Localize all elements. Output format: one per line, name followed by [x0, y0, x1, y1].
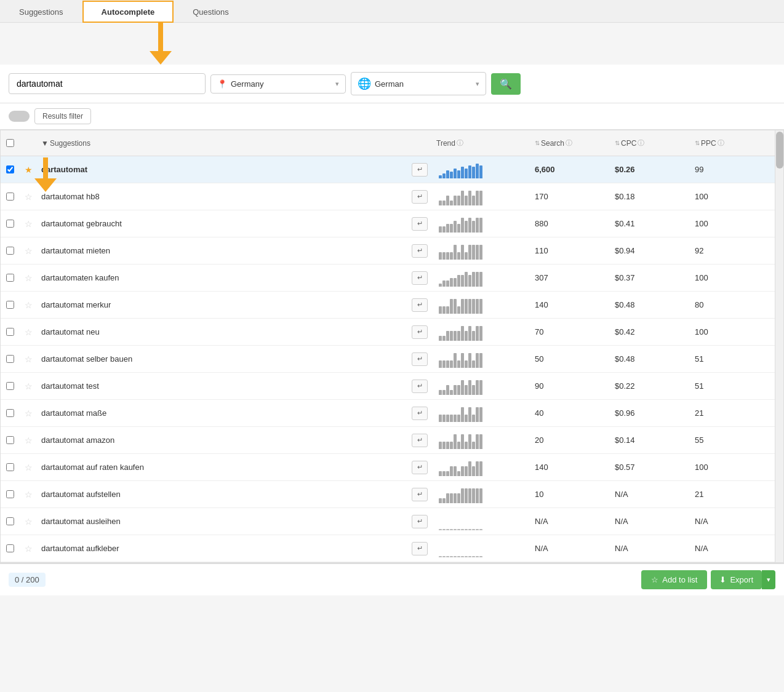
results-filter-button[interactable]: Results filter: [34, 108, 91, 124]
row-redirect-button[interactable]: ↵: [412, 434, 428, 447]
row-redirect-button[interactable]: ↵: [412, 352, 428, 366]
trend-bar: [457, 275, 460, 287]
trend-bar: [472, 167, 475, 178]
trend-bar: [465, 529, 468, 530]
table-row: ☆ dartautomaten kaufen ↵ 307 $0.37 100 2…: [1, 264, 783, 292]
export-dropdown-button[interactable]: ▾: [762, 570, 775, 589]
row-star-cell: ☆: [19, 513, 38, 530]
row-cpc: $0.41: [611, 215, 691, 232]
row-redirect-button[interactable]: ↵: [412, 271, 428, 285]
location-select[interactable]: 📍 Germany ▾: [210, 74, 346, 93]
search-sort-icon[interactable]: ⇅: [535, 140, 540, 146]
row-redirect-button[interactable]: ↵: [412, 325, 428, 339]
cpc-sort-icon[interactable]: ⇅: [615, 140, 620, 146]
row-search: N/A: [531, 513, 611, 530]
row-trend-cell: [433, 320, 531, 344]
trend-bar: [461, 529, 464, 530]
row-checkbox-cell: [1, 189, 19, 204]
row-redirect-button[interactable]: ↵: [412, 461, 428, 474]
row-redirect-button[interactable]: ↵: [412, 488, 428, 501]
row-star[interactable]: ☆: [25, 381, 33, 391]
trend-bar: [476, 529, 479, 530]
row-redirect-button[interactable]: ↵: [412, 407, 428, 420]
row-redirect-button[interactable]: ↵: [412, 298, 428, 312]
row-checkbox[interactable]: [6, 274, 14, 282]
search-button[interactable]: 🔍: [491, 73, 521, 95]
row-star[interactable]: ☆: [25, 219, 33, 229]
cpc-info-icon[interactable]: ⓘ: [638, 138, 644, 148]
row-redirect-button[interactable]: ↵: [412, 542, 428, 555]
row-checkbox[interactable]: [6, 490, 14, 498]
ppc-sort-icon[interactable]: ⇅: [695, 140, 700, 146]
row-keyword: dartautomat auf raten kaufen: [38, 459, 408, 475]
row-checkbox[interactable]: [6, 165, 14, 173]
trend-bar: [468, 529, 471, 530]
row-redirect-cell: ↵: [408, 295, 433, 316]
row-redirect-cell: ↵: [408, 430, 433, 451]
row-checkbox[interactable]: [6, 301, 14, 309]
row-star[interactable]: ☆: [25, 246, 33, 256]
row-ppc: 51: [691, 378, 771, 394]
row-checkbox[interactable]: [6, 247, 14, 255]
row-star[interactable]: ☆: [25, 544, 33, 554]
language-select[interactable]: 🌐 German ▾: [351, 72, 486, 95]
row-checkbox[interactable]: [6, 517, 14, 525]
tab-suggestions[interactable]: Suggestions: [0, 1, 82, 23]
row-checkbox[interactable]: [6, 193, 14, 201]
row-redirect-button[interactable]: ↵: [412, 217, 428, 231]
trend-bar: [457, 360, 460, 368]
row-star[interactable]: ☆: [25, 435, 33, 445]
row-star-cell: ☆: [19, 432, 38, 449]
search-input[interactable]: [9, 73, 206, 94]
table-row: ☆ dartautomat aufstellen ↵ 10 N/A 21 🔍: [1, 481, 783, 508]
row-star[interactable]: ☆: [25, 490, 33, 499]
trend-bar: [461, 299, 464, 314]
row-star[interactable]: ☆: [25, 354, 33, 364]
trend-bar: [442, 226, 446, 233]
row-star-cell: ☆: [19, 378, 38, 395]
scrollbar-thumb[interactable]: [776, 132, 783, 169]
row-redirect-button[interactable]: ↵: [412, 515, 428, 528]
trend-bar: [454, 415, 457, 422]
row-redirect-button[interactable]: ↵: [412, 380, 428, 393]
trend-bar: [439, 471, 442, 476]
row-keyword: dartautomat merkur: [38, 296, 408, 313]
scrollbar[interactable]: [775, 130, 783, 562]
trend-info-icon[interactable]: ⓘ: [457, 138, 463, 148]
export-button[interactable]: ⬇ Export: [711, 570, 762, 589]
tab-questions[interactable]: Questions: [174, 1, 248, 23]
row-star[interactable]: ☆: [25, 273, 33, 283]
row-star[interactable]: ☆: [25, 300, 33, 310]
row-checkbox[interactable]: [6, 382, 14, 390]
suggestions-sort-icon[interactable]: ▼: [41, 139, 49, 148]
search-info-icon[interactable]: ⓘ: [566, 138, 572, 148]
row-checkbox-cell: [1, 432, 19, 448]
row-star[interactable]: ☆: [25, 192, 33, 202]
trend-bar: [468, 245, 471, 260]
row-redirect-button[interactable]: ↵: [412, 190, 428, 204]
row-star[interactable]: ☆: [25, 463, 33, 472]
row-star[interactable]: ★: [25, 165, 33, 175]
trend-bar: [476, 488, 479, 503]
row-checkbox[interactable]: [6, 355, 14, 363]
row-checkbox[interactable]: [6, 328, 14, 336]
ppc-info-icon[interactable]: ⓘ: [718, 138, 724, 148]
row-checkbox[interactable]: [6, 436, 14, 444]
row-checkbox[interactable]: [6, 409, 14, 417]
tab-autocomplete[interactable]: Autocomplete: [82, 1, 174, 23]
row-checkbox[interactable]: [6, 220, 14, 228]
tabs-bar: Suggestions Autocomplete Questions: [0, 0, 784, 23]
row-checkbox[interactable]: [6, 463, 14, 471]
select-all-checkbox[interactable]: [6, 139, 14, 147]
trend-bar: [442, 556, 446, 557]
filter-toggle[interactable]: [9, 111, 30, 122]
add-to-list-button[interactable]: ☆ Add to list: [641, 570, 707, 589]
row-star[interactable]: ☆: [25, 327, 33, 337]
row-star[interactable]: ☆: [25, 517, 33, 527]
trend-bar: [446, 170, 449, 178]
row-star[interactable]: ☆: [25, 408, 33, 418]
row-checkbox[interactable]: [6, 544, 14, 552]
trend-bar: [479, 272, 482, 287]
row-redirect-button[interactable]: ↵: [412, 244, 428, 258]
row-redirect-button[interactable]: ↵: [412, 163, 428, 177]
